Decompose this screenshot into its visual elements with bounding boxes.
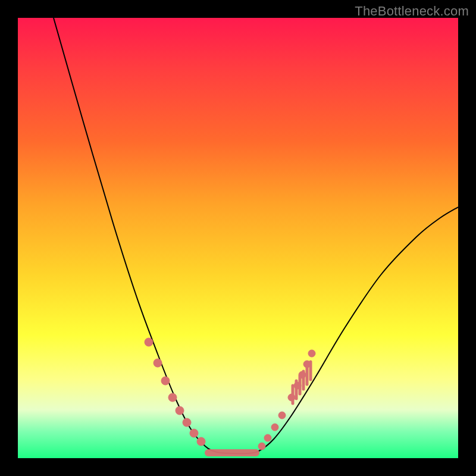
sample-dot	[145, 338, 153, 346]
curve-layer	[18, 18, 458, 458]
heat-gradient-plot	[18, 18, 458, 458]
sample-dot	[190, 429, 198, 437]
sample-dot	[264, 434, 271, 441]
sample-dot	[154, 359, 162, 367]
sample-dots-right	[258, 350, 315, 450]
sample-dots-left	[145, 338, 205, 446]
sample-dot	[258, 443, 265, 450]
sample-dot	[168, 393, 177, 402]
sample-dot	[308, 350, 315, 357]
sample-dot	[161, 377, 170, 385]
chart-stage: TheBottleneck.com	[0, 0, 476, 476]
sample-dot	[271, 424, 278, 431]
sample-dot	[278, 412, 286, 419]
sample-dot	[197, 437, 205, 446]
hash-ticks-right	[293, 362, 311, 403]
watermark-text: TheBottleneck.com	[355, 4, 469, 19]
bottleneck-curve	[54, 18, 458, 453]
sample-dot	[183, 418, 191, 427]
sample-dot	[176, 406, 184, 415]
